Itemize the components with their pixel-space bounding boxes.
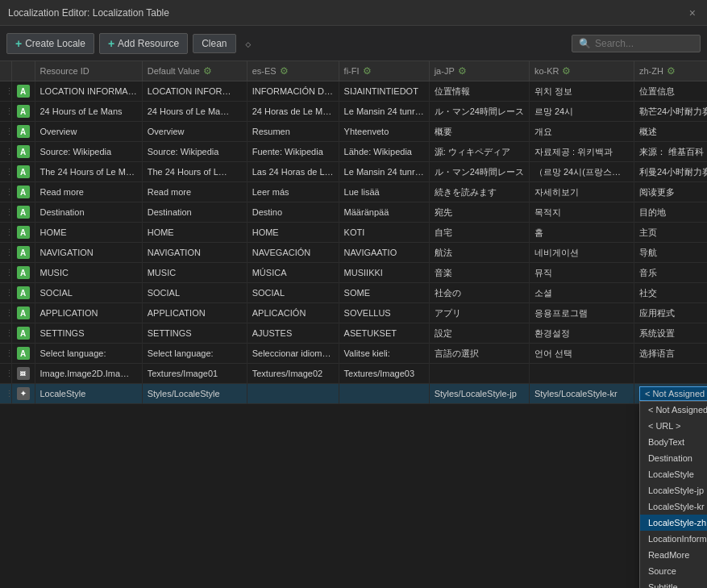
- resource-id-cell[interactable]: Image.Image2D.Ima…: [35, 364, 142, 384]
- es-ES-cell[interactable]: AJUSTES: [247, 323, 339, 344]
- es-ES-cell[interactable]: APLICACIÓN: [247, 303, 339, 323]
- ko-KR-gear-icon[interactable]: ⚙: [562, 65, 571, 77]
- dropdown-item-Source[interactable]: Source: [640, 563, 707, 579]
- ja-JP-cell[interactable]: ル・マン24時間レース: [429, 102, 529, 122]
- es-ES-cell[interactable]: 24 Horas de Le M…: [247, 102, 339, 122]
- ja-JP-cell[interactable]: 設定: [429, 323, 529, 344]
- es-ES-gear-icon[interactable]: ⚙: [280, 65, 289, 77]
- es-ES-cell[interactable]: Fuente: Wikipedia: [247, 142, 339, 162]
- drag-handle[interactable]: ⋮⋮: [0, 81, 11, 102]
- ko-KR-cell[interactable]: 소셜: [529, 283, 634, 303]
- ja-JP-cell[interactable]: 音楽: [429, 263, 529, 283]
- drag-handle[interactable]: ⋮⋮: [0, 283, 11, 303]
- resource-id-cell[interactable]: 24 Hours of Le Mans: [35, 102, 142, 122]
- zh-ZH-cell[interactable]: < Not Assigned >< Not Assigned >< URL >B…: [634, 384, 707, 404]
- es-ES-cell[interactable]: NAVEGACIÓN: [247, 243, 339, 263]
- drag-handle[interactable]: ⋮⋮: [0, 364, 11, 384]
- fi-FI-cell[interactable]: NAVIGAATIO: [339, 243, 429, 263]
- drag-handle[interactable]: ⋮⋮: [0, 243, 11, 263]
- ko-KR-cell[interactable]: 위치 정보: [529, 81, 634, 102]
- es-ES-cell[interactable]: Textures/Image02: [247, 364, 339, 384]
- resource-id-cell[interactable]: SETTINGS: [35, 323, 142, 344]
- search-input[interactable]: [595, 38, 693, 49]
- table-row[interactable]: ⋮⋮ANAVIGATIONNAVIGATIONNAVEGACIÓNNAVIGAA…: [0, 243, 707, 263]
- default-value-cell[interactable]: The 24 Hours of L…: [142, 162, 247, 182]
- fi-FI-cell[interactable]: SOVELLUS: [339, 303, 429, 323]
- default-value-cell[interactable]: Source: Wikipedia: [142, 142, 247, 162]
- assigned-dropdown-value[interactable]: < Not Assigned >: [639, 386, 707, 401]
- ko-KR-cell[interactable]: （르망 24시(프랑스어…: [529, 162, 634, 182]
- zh-ZH-cell[interactable]: [634, 364, 707, 384]
- zh-ZH-cell[interactable]: 概述: [634, 122, 707, 142]
- zh-ZH-cell[interactable]: 主页: [634, 223, 707, 243]
- drag-handle[interactable]: ⋮⋮: [0, 384, 11, 404]
- resource-id-cell[interactable]: Read more: [35, 182, 142, 202]
- zh-ZH-cell[interactable]: 系统设置: [634, 323, 707, 344]
- resource-id-cell[interactable]: Destination: [35, 202, 142, 223]
- ja-JP-cell[interactable]: [429, 364, 529, 384]
- zh-ZH-cell[interactable]: 位置信息: [634, 81, 707, 102]
- table-row[interactable]: ⋮⋮ASource: WikipediaSource: WikipediaFue…: [0, 142, 707, 162]
- ko-KR-cell[interactable]: 자세히보기: [529, 182, 634, 202]
- drag-handle[interactable]: ⋮⋮: [0, 162, 11, 182]
- create-locale-button[interactable]: Create Locale: [6, 33, 94, 54]
- default-value-cell[interactable]: NAVIGATION: [142, 243, 247, 263]
- resource-id-cell[interactable]: LocaleStyle: [35, 384, 142, 404]
- resource-id-cell[interactable]: LOCATION INFORMA…: [35, 81, 142, 102]
- ko-KR-cell[interactable]: 개요: [529, 122, 634, 142]
- clean-button[interactable]: Clean: [193, 34, 235, 53]
- ja-JP-cell[interactable]: 概要: [429, 122, 529, 142]
- filter-icon[interactable]: ⬦: [241, 35, 256, 52]
- drag-handle[interactable]: ⋮⋮: [0, 344, 11, 364]
- fi-FI-cell[interactable]: Määränpää: [339, 202, 429, 223]
- fi-FI-gear-icon[interactable]: ⚙: [363, 65, 372, 77]
- ja-JP-cell[interactable]: 言語の選択: [429, 344, 529, 364]
- fi-FI-cell[interactable]: [339, 384, 429, 404]
- zh-ZH-cell[interactable]: 社交: [634, 283, 707, 303]
- resource-id-cell[interactable]: NAVIGATION: [35, 243, 142, 263]
- default-value-gear-icon[interactable]: ⚙: [203, 65, 212, 77]
- es-ES-cell[interactable]: Las 24 Horas de L…: [247, 162, 339, 182]
- fi-FI-cell[interactable]: Le Mansin 24 tunr…: [339, 162, 429, 182]
- drag-handle[interactable]: ⋮⋮: [0, 323, 11, 344]
- fi-FI-cell[interactable]: MUSIIKKI: [339, 263, 429, 283]
- ko-KR-cell[interactable]: 자료제공 : 위키백과: [529, 142, 634, 162]
- resource-id-cell[interactable]: Select language:: [35, 344, 142, 364]
- zh-ZH-cell[interactable]: 来源： 维基百科: [634, 142, 707, 162]
- fi-FI-cell[interactable]: Lähde: Wikipedia: [339, 142, 429, 162]
- default-value-cell[interactable]: Select language:: [142, 344, 247, 364]
- ja-JP-cell[interactable]: 航法: [429, 243, 529, 263]
- resource-id-cell[interactable]: HOME: [35, 223, 142, 243]
- table-row[interactable]: ⋮⋮AOverviewOverviewResumenYhteenveto概要개요…: [0, 122, 707, 142]
- fi-FI-cell[interactable]: Le Mansin 24 tunr…: [339, 102, 429, 122]
- dropdown-item-BodyText[interactable]: BodyText: [640, 434, 707, 450]
- ja-JP-cell[interactable]: Styles/LocaleStyle-jp: [429, 384, 529, 404]
- es-ES-cell[interactable]: Leer más: [247, 182, 339, 202]
- zh-ZH-cell[interactable]: 音乐: [634, 263, 707, 283]
- zh-ZH-cell[interactable]: 应用程式: [634, 303, 707, 323]
- resource-id-cell[interactable]: SOCIAL: [35, 283, 142, 303]
- drag-handle[interactable]: ⋮⋮: [0, 202, 11, 223]
- fi-FI-cell[interactable]: Valitse kieli:: [339, 344, 429, 364]
- ko-KR-cell[interactable]: 환경설정: [529, 323, 634, 344]
- table-row[interactable]: ⋮⋮A24 Hours of Le Mans24 Hours of Le Ma……: [0, 102, 707, 122]
- table-row[interactable]: ⋮⋮ASETTINGSSETTINGSAJUSTESASETUKSET設定환경설…: [0, 323, 707, 344]
- table-row[interactable]: ⋮⋮AMUSICMUSICMÚSICAMUSIIKKI音楽뮤직音乐: [0, 263, 707, 283]
- es-ES-cell[interactable]: Resumen: [247, 122, 339, 142]
- fi-FI-cell[interactable]: KOTI: [339, 223, 429, 243]
- ko-KR-cell[interactable]: 응용프로그램: [529, 303, 634, 323]
- ja-JP-cell[interactable]: アプリ: [429, 303, 529, 323]
- ko-KR-cell[interactable]: 언어 선택: [529, 344, 634, 364]
- default-value-cell[interactable]: SETTINGS: [142, 323, 247, 344]
- ko-KR-cell[interactable]: 뮤직: [529, 263, 634, 283]
- ko-KR-cell[interactable]: 르망 24시: [529, 102, 634, 122]
- fi-FI-cell[interactable]: Lue lisää: [339, 182, 429, 202]
- dropdown-item-ReadMore[interactable]: ReadMore: [640, 547, 707, 563]
- table-row[interactable]: ⋮⋮🖼Image.Image2D.Ima…Textures/Image01Tex…: [0, 364, 707, 384]
- drag-handle[interactable]: ⋮⋮: [0, 102, 11, 122]
- ja-JP-cell[interactable]: ル・マン24時間レース: [429, 162, 529, 182]
- dropdown-item-not_assigned[interactable]: < Not Assigned >: [640, 402, 707, 418]
- default-value-cell[interactable]: 24 Hours of Le Ma…: [142, 102, 247, 122]
- es-ES-cell[interactable]: Destino: [247, 202, 339, 223]
- resource-id-cell[interactable]: The 24 Hours of Le M…: [35, 162, 142, 182]
